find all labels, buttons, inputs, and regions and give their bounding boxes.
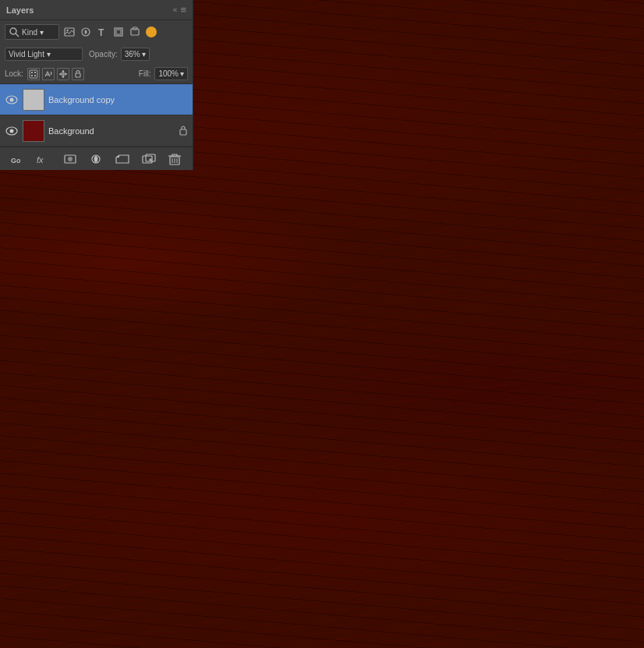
svg-rect-2 [65,28,74,36]
blend-row: Vivid Light ▾ Opacity: 36% ▾ [0,44,193,64]
svg-point-24 [10,97,14,101]
visibility-eye-bg[interactable] [5,126,19,136]
layer-item[interactable]: Background [0,115,193,147]
svg-marker-19 [62,76,65,78]
filter-toggle[interactable] [146,27,157,37]
svg-text:T: T [98,27,104,37]
panel-menu-icon[interactable]: ≡ [180,4,186,16]
opacity-value: 36% [125,50,140,58]
panel-header: Layers « ≡ [0,0,193,20]
kind-label: Kind [22,28,37,37]
layer-thumbnail-bg-copy [23,89,44,111]
svg-rect-13 [31,75,33,76]
panel-title: Layers [6,5,34,15]
layer-lock-icon [179,125,188,137]
group-layers-button[interactable] [115,151,130,167]
svg-rect-27 [180,129,186,135]
collapse-icon[interactable]: « [173,5,178,14]
svg-point-26 [10,129,14,133]
filter-text-icon[interactable]: T [95,25,109,39]
svg-marker-18 [62,70,65,73]
visibility-eye-bg-copy[interactable] [5,95,19,104]
filter-image-icon[interactable] [62,25,76,39]
svg-point-31 [68,157,73,161]
add-mask-button[interactable] [62,151,78,167]
lock-pixels-icon[interactable] [27,68,40,80]
adjustment-button[interactable] [88,151,104,167]
svg-rect-14 [34,75,36,76]
svg-rect-11 [31,72,33,73]
blend-mode-label: Vivid Light [9,50,44,58]
search-icon [9,27,19,37]
kind-chevron: ▾ [40,28,44,37]
svg-marker-20 [59,73,62,76]
fill-dropdown[interactable]: 100% ▾ [154,67,188,80]
svg-rect-12 [34,72,36,73]
filter-shape-icon[interactable] [111,25,126,39]
filter-adjustment-icon[interactable] [79,25,93,39]
svg-rect-22 [76,73,80,77]
svg-point-0 [10,28,16,34]
opacity-dropdown[interactable]: 36% ▾ [121,48,150,61]
layer-name-bg-copy: Background copy [48,95,188,104]
bottom-toolbar: Go fx [0,147,193,170]
filter-row: Kind ▾ T [0,20,193,44]
new-layer-button[interactable] [141,151,157,167]
layers-list: Background copy Background [0,84,193,147]
layer-name-bg: Background [48,126,175,136]
lock-row: Lock: [0,64,193,84]
lock-icons [27,68,84,80]
opacity-label: Opacity: [89,50,118,58]
fill-label: Fill: [139,69,151,78]
svg-text:fx: fx [37,155,44,165]
layer-thumbnail-bg [23,120,44,142]
svg-rect-10 [30,70,37,78]
blend-mode-chevron: ▾ [47,50,51,58]
kind-dropdown[interactable]: Kind ▾ [5,24,59,40]
fill-value: 100% [158,69,179,78]
svg-rect-7 [116,30,121,34]
delete-button[interactable] [167,151,182,167]
fill-chevron: ▾ [180,69,184,78]
opacity-chevron: ▾ [142,50,146,58]
blend-mode-dropdown[interactable]: Vivid Light ▾ [5,48,83,61]
svg-line-1 [16,34,19,37]
go-button[interactable]: Go [10,151,26,167]
svg-point-3 [66,30,68,31]
layers-panel: Layers « ≡ Kind ▾ [0,0,193,170]
svg-marker-21 [65,73,67,76]
svg-text:Go: Go [11,157,21,165]
filter-smart-icon[interactable] [128,25,142,39]
filter-icons: T [62,25,157,39]
lock-position-icon[interactable] [57,68,69,80]
fx-button[interactable]: fx [36,151,51,167]
lock-label: Lock: [5,69,23,78]
lock-all-icon[interactable] [72,68,84,80]
layer-item[interactable]: Background copy [0,84,193,115]
panel-header-icons: « ≡ [173,4,186,16]
lock-paint-icon[interactable] [42,68,55,80]
